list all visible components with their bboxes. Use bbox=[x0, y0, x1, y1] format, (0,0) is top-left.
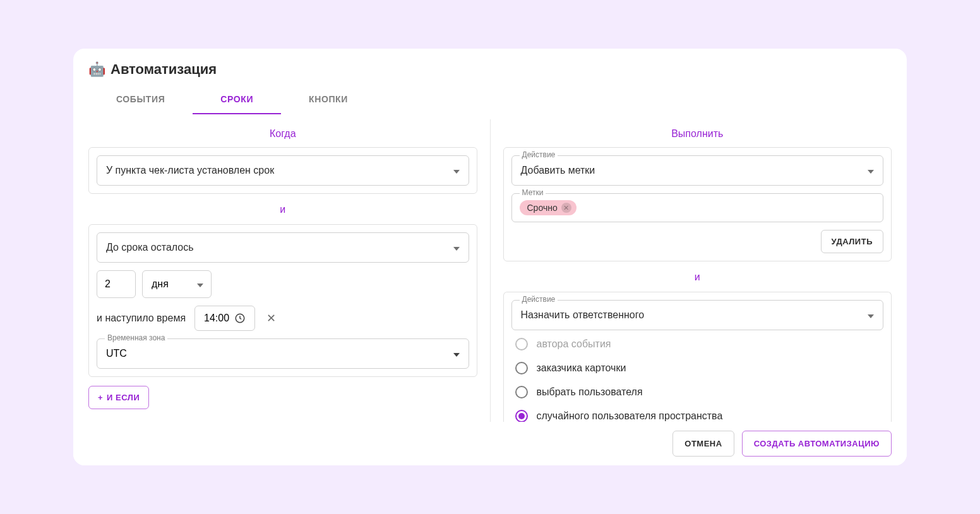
radio-icon bbox=[515, 338, 528, 350]
action2-label: Действие bbox=[520, 295, 558, 304]
cancel-button[interactable]: ОТМЕНА bbox=[672, 431, 734, 457]
time-input[interactable]: 14:00 bbox=[194, 306, 255, 331]
content: Когда У пункта чек-листа установлен срок… bbox=[73, 114, 907, 422]
unit-select[interactable]: дня bbox=[142, 270, 212, 298]
action1-label: Действие bbox=[520, 150, 558, 159]
and-connector-right: и bbox=[503, 272, 892, 283]
timezone-value: UTC bbox=[106, 348, 127, 359]
and-connector: и bbox=[88, 204, 477, 215]
tabs: СОБЫТИЯ СРОКИ КНОПКИ bbox=[73, 80, 907, 114]
trigger-panel: У пункта чек-листа установлен срок bbox=[88, 147, 477, 194]
caret-down-icon bbox=[453, 348, 460, 359]
delete-row: УДАЛИТЬ bbox=[511, 230, 884, 253]
time-row: и наступило время 14:00 ✕ bbox=[97, 306, 469, 331]
labels-input[interactable]: Метки Срочно ✕ bbox=[511, 193, 884, 222]
action-panel-2: Действие Назначить ответственного автора… bbox=[503, 292, 892, 422]
timezone-select[interactable]: Временная зона UTC bbox=[97, 338, 469, 369]
chip-label: Срочно bbox=[527, 203, 558, 213]
radio-label: выбрать пользователя bbox=[537, 386, 643, 398]
caret-down-icon bbox=[197, 278, 203, 290]
time-value: 14:00 bbox=[204, 313, 229, 324]
action1-value: Добавить метки bbox=[521, 165, 595, 176]
caret-down-icon bbox=[453, 165, 460, 176]
action2-value: Назначить ответственного bbox=[521, 309, 645, 321]
add-condition-button[interactable]: + И ЕСЛИ bbox=[88, 386, 149, 409]
radio-event-author: автора события bbox=[515, 338, 880, 350]
execute-title: Выполнить bbox=[503, 128, 892, 140]
radio-label: автора события bbox=[537, 338, 611, 350]
caret-down-icon bbox=[868, 309, 874, 321]
tab-deadlines[interactable]: СРОКИ bbox=[193, 85, 281, 114]
condition-panel: До срока осталось дня и наступи bbox=[88, 224, 477, 377]
clock-icon bbox=[234, 313, 246, 324]
radio-icon bbox=[515, 362, 528, 374]
when-column: Когда У пункта чек-листа установлен срок… bbox=[88, 119, 490, 422]
clear-time-icon[interactable]: ✕ bbox=[264, 309, 278, 328]
amount-row: дня bbox=[97, 270, 469, 298]
radio-icon bbox=[515, 386, 528, 398]
tab-events[interactable]: СОБЫТИЯ bbox=[88, 85, 193, 114]
assignee-radio-group: автора события заказчика карточки выбрат… bbox=[511, 330, 884, 422]
delete-action-button[interactable]: УДАЛИТЬ bbox=[821, 230, 884, 253]
dialog-header: 🤖 Автоматизация bbox=[73, 61, 907, 80]
trigger-select[interactable]: У пункта чек-листа установлен срок bbox=[97, 155, 469, 186]
radio-random-user[interactable]: случайного пользователя пространства bbox=[515, 410, 880, 422]
add-condition-label: И ЕСЛИ bbox=[107, 393, 140, 402]
execute-column: Выполнить Действие Добавить метки Метки … bbox=[490, 119, 892, 422]
time-label: и наступило время bbox=[97, 313, 186, 324]
dialog-footer: ОТМЕНА СОЗДАТЬ АВТОМАТИЗАЦИЮ bbox=[73, 422, 907, 465]
dialog-title: Автоматизация bbox=[111, 61, 217, 78]
action1-select[interactable]: Действие Добавить метки bbox=[511, 155, 884, 186]
caret-down-icon bbox=[868, 165, 874, 176]
amount-input[interactable] bbox=[97, 270, 136, 298]
timezone-label: Временная зона bbox=[105, 333, 167, 342]
create-automation-button[interactable]: СОЗДАТЬ АВТОМАТИЗАЦИЮ bbox=[742, 431, 892, 457]
action-panel-1: Действие Добавить метки Метки Срочно ✕ У… bbox=[503, 147, 892, 261]
radio-icon bbox=[515, 410, 528, 422]
radio-pick-user[interactable]: выбрать пользователя bbox=[515, 386, 880, 398]
relative-value: До срока осталось bbox=[106, 242, 194, 253]
unit-value: дня bbox=[152, 278, 169, 289]
chip-urgent: Срочно ✕ bbox=[520, 200, 577, 215]
relative-select[interactable]: До срока осталось bbox=[97, 232, 469, 263]
chip-remove-icon[interactable]: ✕ bbox=[561, 203, 571, 213]
plus-icon: + bbox=[98, 393, 103, 402]
when-title: Когда bbox=[88, 128, 477, 140]
radio-label: заказчика карточки bbox=[537, 362, 626, 374]
caret-down-icon bbox=[453, 242, 460, 253]
robot-icon: 🤖 bbox=[88, 63, 105, 76]
labels-label: Метки bbox=[520, 188, 546, 197]
tab-buttons[interactable]: КНОПКИ bbox=[281, 85, 376, 114]
radio-label: случайного пользователя пространства bbox=[537, 410, 723, 422]
trigger-value: У пункта чек-листа установлен срок bbox=[106, 165, 274, 176]
action2-select[interactable]: Действие Назначить ответственного bbox=[511, 300, 884, 330]
radio-card-requester[interactable]: заказчика карточки bbox=[515, 362, 880, 374]
automation-dialog: 🤖 Автоматизация СОБЫТИЯ СРОКИ КНОПКИ Ког… bbox=[73, 49, 907, 465]
